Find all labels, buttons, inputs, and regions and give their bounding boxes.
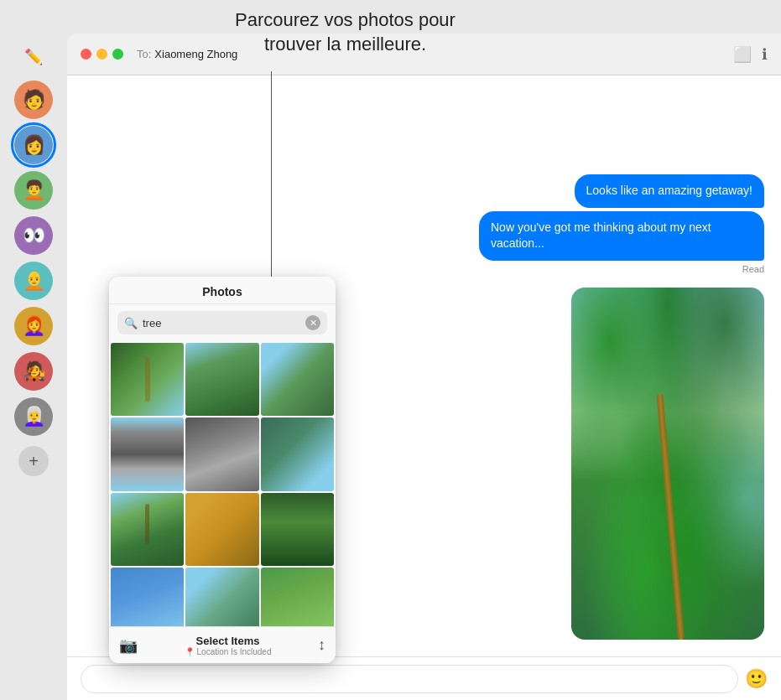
search-bar-container: 🔍 ✕ — [117, 311, 327, 334]
plus-icon: + — [29, 452, 39, 471]
camera-icon[interactable]: 📷 — [119, 636, 138, 655]
photo-thumb-9[interactable] — [261, 493, 334, 566]
compose-button[interactable]: ✏️ — [20, 44, 47, 70]
avatar-contact-5[interactable]: 🧑‍🦲 — [14, 262, 53, 300]
photo-thumb-7[interactable] — [111, 493, 184, 566]
photo-thumb-6[interactable] — [261, 417, 334, 490]
add-contact-button[interactable]: + — [18, 446, 49, 476]
message-bubble-2: Now you've got me thinking about my next… — [479, 211, 764, 261]
conversation-sidebar: ✏️ 🧑 👩 🧑‍🦱 👀 🧑‍🦲 👩‍🦰 🧑‍🎤 👩‍🦳 + — [0, 34, 67, 700]
photo-thumb-3[interactable] — [261, 343, 334, 416]
compose-icon: ✏️ — [24, 48, 43, 66]
recipient-name: Xiaomeng Zhong — [154, 48, 237, 60]
select-items-label[interactable]: Select Items — [138, 635, 318, 647]
message-bubble-1: Looks like an amazing getaway! — [575, 174, 764, 208]
photo-thumb-5[interactable] — [185, 417, 258, 490]
video-call-icon[interactable]: ⬜ — [733, 45, 752, 64]
photo-thumb-2[interactable] — [185, 343, 258, 416]
photos-grid — [109, 341, 336, 626]
emoji-button[interactable]: 🙂 — [745, 668, 768, 690]
fullscreen-button[interactable] — [112, 49, 123, 60]
to-label: To: — [137, 48, 151, 60]
photos-search-input[interactable] — [143, 317, 300, 329]
photo-thumb-4[interactable] — [111, 417, 184, 490]
photos-search-bar: 🔍 ✕ — [109, 304, 336, 341]
photo-thumb-1[interactable] — [111, 343, 184, 416]
traffic-lights — [81, 49, 123, 60]
avatar-contact-8[interactable]: 👩‍🦳 — [14, 397, 53, 436]
photos-popup-title: Photos — [109, 277, 336, 304]
sort-icon[interactable]: ↕ — [318, 636, 325, 654]
avatar-contact-6[interactable]: 👩‍🦰 — [14, 307, 53, 345]
message-input[interactable] — [81, 665, 738, 693]
window-titlebar: To: Xiaomeng Zhong ⬜ ℹ — [67, 34, 781, 75]
callout-pointer-line — [271, 71, 272, 289]
avatar-contact-7[interactable]: 🧑‍🎤 — [14, 352, 53, 391]
photos-popup-footer: 📷 Select Items 📍 Location Is Included ↕ — [109, 626, 336, 663]
avatar-contact-4[interactable]: 👀 — [14, 216, 53, 255]
photo-thumb-8[interactable] — [185, 493, 258, 566]
read-receipt: Read — [84, 264, 764, 274]
avatar-contact-2[interactable]: 👩 — [14, 126, 53, 164]
photo-message — [571, 288, 764, 640]
search-clear-button[interactable]: ✕ — [305, 315, 320, 330]
minimize-button[interactable] — [96, 49, 107, 60]
photo-thumb-10[interactable] — [111, 568, 184, 626]
photos-picker-popup: Photos 🔍 ✕ 📷 Select Items 📍 Location Is … — [109, 277, 336, 663]
info-icon[interactable]: ℹ — [762, 45, 768, 64]
titlebar-actions: ⬜ ℹ — [733, 45, 768, 64]
avatar-contact-3[interactable]: 🧑‍🦱 — [14, 171, 53, 210]
close-button[interactable] — [81, 49, 91, 60]
search-icon: 🔍 — [124, 317, 138, 329]
location-subtitle: 📍 Location Is Included — [138, 647, 318, 656]
photo-thumb-12[interactable] — [261, 568, 334, 626]
location-pin-icon: 📍 — [185, 647, 195, 656]
footer-center-info: Select Items 📍 Location Is Included — [138, 635, 318, 656]
avatar-contact-1[interactable]: 🧑 — [14, 80, 53, 119]
photo-thumb-11[interactable] — [185, 568, 258, 626]
